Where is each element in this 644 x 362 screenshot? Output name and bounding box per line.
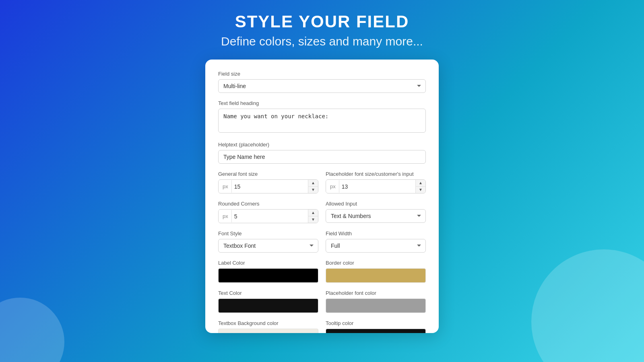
general-font-size-buttons: ▲ ▼	[308, 180, 318, 193]
placeholder-font-color-label: Placeholder font color	[326, 290, 426, 296]
general-font-size-label: General font size	[218, 171, 318, 177]
rounded-corners-down[interactable]: ▼	[308, 216, 318, 223]
placeholder-font-color-group: Placeholder font color	[326, 290, 426, 313]
helptext-input[interactable]	[218, 150, 426, 164]
page-title: STYLE YOUR FIELD	[235, 12, 409, 31]
text-color-swatch[interactable]	[218, 298, 318, 313]
allowed-input-select[interactable]: Text & Numbers Text only Numbers only	[326, 209, 426, 223]
border-color-swatch[interactable]	[326, 268, 426, 283]
placeholder-font-color-swatch[interactable]	[326, 298, 426, 313]
style-width-row: Font Style Textbox Font Arial Georgia He…	[218, 230, 426, 253]
label-color-swatch[interactable]	[218, 268, 318, 283]
settings-card: Field size Single-line Multi-line Multi-…	[205, 60, 439, 333]
tooltip-color-group: Tooltip color	[326, 320, 426, 333]
general-font-size-value[interactable]	[232, 180, 308, 193]
label-border-color-row: Label Color Border color	[218, 260, 426, 283]
tooltip-color-label: Tooltip color	[326, 320, 426, 326]
font-style-label: Font Style	[218, 230, 318, 237]
allowed-input-label: Allowed Input	[326, 201, 426, 207]
rounded-corners-up[interactable]: ▲	[308, 210, 318, 216]
text-color-label: Text Color	[218, 290, 318, 296]
text-color-group: Text Color	[218, 290, 318, 313]
placeholder-font-size-group: Placeholder font size/customer's input p…	[326, 171, 426, 193]
border-color-group: Border color	[326, 260, 426, 283]
rounded-corners-group: Rounded Corners px ▲ ▼	[218, 201, 318, 223]
font-style-group: Font Style Textbox Font Arial Georgia He…	[218, 230, 318, 253]
placeholder-font-size-up[interactable]: ▲	[416, 180, 425, 187]
placeholder-font-size-prefix: px	[326, 180, 339, 193]
field-size-select[interactable]: Single-line Multi-line Multi-line (large…	[218, 79, 426, 93]
text-field-heading-label: Text field heading	[218, 100, 426, 106]
tooltip-color-swatch[interactable]	[326, 329, 426, 333]
corners-input-row: Rounded Corners px ▲ ▼ Allowed Input Tex…	[218, 201, 426, 223]
placeholder-font-size-spinner: px ▲ ▼	[326, 179, 426, 193]
allowed-input-group: Allowed Input Text & Numbers Text only N…	[326, 201, 426, 223]
placeholder-font-size-label: Placeholder font size/customer's input	[326, 171, 426, 177]
label-color-group: Label Color	[218, 260, 318, 283]
general-font-size-down[interactable]: ▼	[308, 187, 318, 193]
textbox-bg-color-group: Textbox Background color	[218, 320, 318, 333]
field-size-label: Field size	[218, 71, 426, 77]
placeholder-font-size-buttons: ▲ ▼	[415, 180, 425, 193]
border-color-label: Border color	[326, 260, 426, 266]
general-font-size-prefix: px	[219, 180, 232, 193]
rounded-corners-spinner: px ▲ ▼	[218, 209, 318, 223]
text-field-heading-group: Text field heading Name you want on your…	[218, 100, 426, 134]
rounded-corners-buttons: ▲ ▼	[308, 210, 318, 223]
textbox-bg-color-swatch[interactable]	[218, 329, 318, 333]
font-size-row: General font size px ▲ ▼ Placeholder fon…	[218, 171, 426, 193]
helptext-group: Helptext (placeholder)	[218, 142, 426, 164]
bg-tooltip-color-row: Textbox Background color Tooltip color	[218, 320, 426, 333]
label-color-label: Label Color	[218, 260, 318, 266]
text-field-heading-input[interactable]: Name you want on your necklace:	[218, 109, 426, 133]
field-width-label: Field Width	[326, 230, 426, 237]
font-style-select[interactable]: Textbox Font Arial Georgia Helvetica	[218, 239, 318, 253]
textbox-bg-color-label: Textbox Background color	[218, 320, 318, 326]
page-subtitle: Define colors, sizes and many more...	[221, 35, 423, 48]
rounded-corners-value[interactable]	[232, 210, 308, 223]
helptext-label: Helptext (placeholder)	[218, 142, 426, 148]
general-font-size-up[interactable]: ▲	[308, 180, 318, 187]
general-font-size-spinner: px ▲ ▼	[218, 179, 318, 193]
field-width-group: Field Width Full Half Quarter	[326, 230, 426, 253]
field-size-group: Field size Single-line Multi-line Multi-…	[218, 71, 426, 93]
decorative-circle-left	[0, 298, 64, 362]
placeholder-font-size-value[interactable]	[339, 180, 415, 193]
field-width-select[interactable]: Full Half Quarter	[326, 239, 426, 253]
decorative-circle-right	[531, 249, 644, 362]
rounded-corners-label: Rounded Corners	[218, 201, 318, 207]
placeholder-font-size-down[interactable]: ▼	[416, 187, 425, 193]
rounded-corners-prefix: px	[219, 210, 232, 222]
general-font-size-group: General font size px ▲ ▼	[218, 171, 318, 193]
text-placeholder-color-row: Text Color Placeholder font color	[218, 290, 426, 313]
